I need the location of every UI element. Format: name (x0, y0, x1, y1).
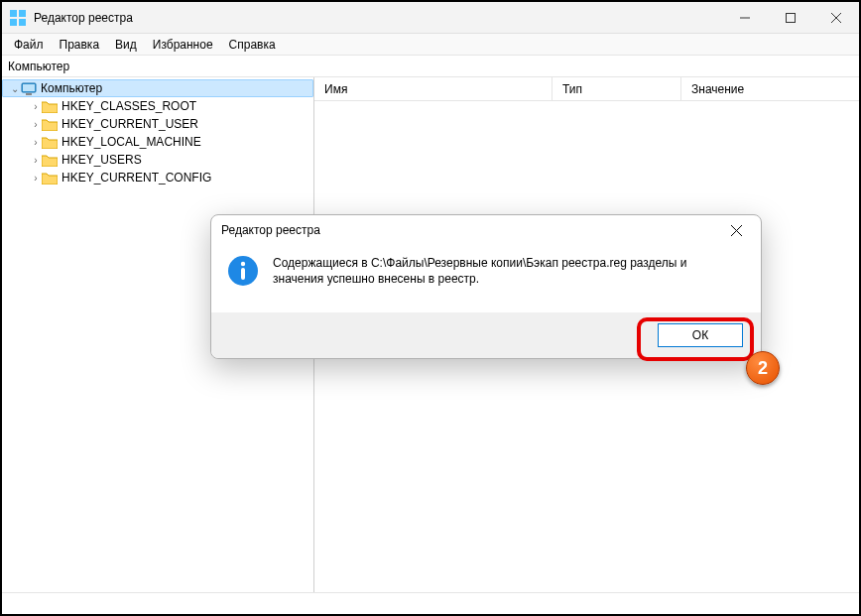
tree-item-label: HKEY_LOCAL_MACHINE (62, 135, 201, 149)
chevron-right-icon[interactable]: › (30, 119, 42, 130)
tree-item-label: HKEY_CURRENT_USER (62, 117, 198, 131)
svg-point-14 (241, 262, 245, 266)
tree-item-hkcc[interactable]: › HKEY_CURRENT_CONFIG (2, 169, 313, 186)
address-bar[interactable]: Компьютер (2, 56, 859, 77)
tree-item-hkcr[interactable]: › HKEY_CLASSES_ROOT (2, 97, 313, 115)
tree-item-label: HKEY_USERS (62, 153, 142, 167)
folder-icon (42, 136, 58, 149)
svg-rect-2 (10, 19, 17, 26)
col-value[interactable]: Значение (681, 77, 859, 100)
menu-help[interactable]: Справка (221, 36, 284, 54)
svg-rect-3 (19, 19, 26, 26)
col-name[interactable]: Имя (314, 77, 553, 100)
folder-icon (42, 154, 58, 167)
svg-rect-10 (26, 93, 32, 95)
svg-rect-0 (10, 10, 17, 17)
titlebar[interactable]: Редактор реестра (2, 2, 859, 34)
chevron-down-icon[interactable]: ⌄ (9, 83, 21, 94)
chevron-right-icon[interactable]: › (30, 137, 42, 148)
menu-file[interactable]: Файл (6, 36, 52, 54)
window-title: Редактор реестра (34, 11, 133, 25)
tree-item-hklm[interactable]: › HKEY_LOCAL_MACHINE (2, 133, 313, 151)
menu-view[interactable]: Вид (107, 36, 145, 54)
dialog-body: Содержащиеся в C:\Файлы\Резервные копии\… (211, 245, 761, 312)
dialog-titlebar[interactable]: Редактор реестра (211, 215, 761, 245)
list-header: Имя Тип Значение (314, 77, 859, 101)
tree-item-hku[interactable]: › HKEY_USERS (2, 151, 313, 169)
annotation-badge: 2 (746, 351, 780, 385)
dialog-message: Содержащиеся в C:\Файлы\Резервные копии\… (259, 251, 745, 312)
address-text: Компьютер (8, 60, 69, 73)
dialog-close-button[interactable] (721, 215, 751, 245)
info-icon (227, 255, 259, 287)
svg-rect-5 (787, 13, 796, 22)
status-bar (2, 592, 859, 614)
maximize-button[interactable] (768, 2, 813, 34)
minimize-button[interactable] (722, 2, 768, 34)
menubar: Файл Правка Вид Избранное Справка (2, 34, 859, 56)
tree-item-label: HKEY_CURRENT_CONFIG (62, 171, 211, 185)
close-button[interactable] (813, 2, 859, 34)
computer-icon (21, 82, 37, 95)
chevron-right-icon[interactable]: › (30, 173, 42, 184)
chevron-right-icon[interactable]: › (30, 155, 42, 166)
tree-item-hkcu[interactable]: › HKEY_CURRENT_USER (2, 115, 313, 133)
svg-rect-1 (19, 10, 26, 17)
dialog-title: Редактор реестра (221, 223, 320, 237)
folder-icon (42, 118, 58, 131)
dialog-button-row: ОК (211, 312, 761, 358)
app-icon (10, 10, 26, 26)
menu-favorites[interactable]: Избранное (145, 36, 221, 54)
svg-rect-15 (241, 268, 245, 280)
chevron-right-icon[interactable]: › (30, 101, 42, 112)
tree-root[interactable]: ⌄ Компьютер (2, 79, 313, 97)
tree-root-label: Компьютер (41, 81, 102, 95)
menu-edit[interactable]: Правка (52, 36, 108, 54)
ok-button[interactable]: ОК (658, 323, 743, 347)
folder-icon (42, 172, 58, 185)
tree-item-label: HKEY_CLASSES_ROOT (62, 99, 196, 113)
folder-icon (42, 100, 58, 113)
info-dialog: Редактор реестра Содержащиеся в C:\Файлы… (210, 214, 762, 359)
svg-rect-9 (23, 84, 35, 91)
col-type[interactable]: Тип (553, 77, 681, 100)
